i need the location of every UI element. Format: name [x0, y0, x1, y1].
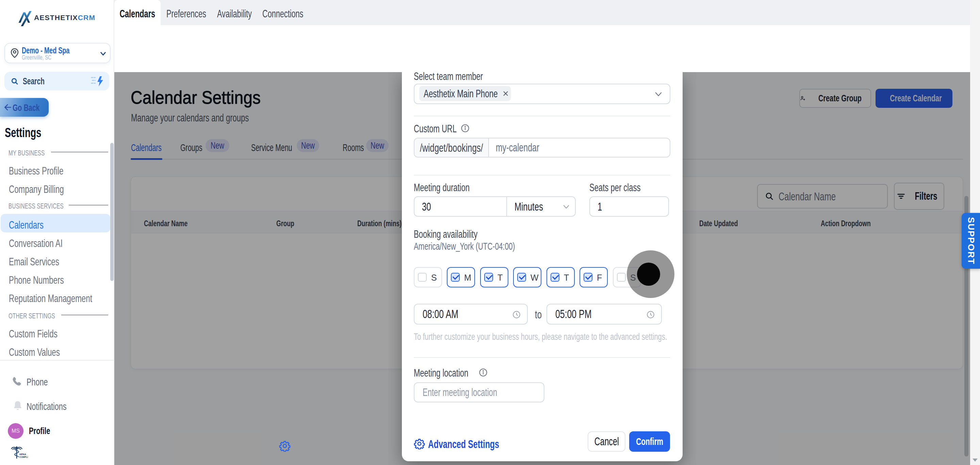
svg-text:COMPLIANT: COMPLIANT — [19, 456, 28, 458]
svg-text:HIPAA: HIPAA — [19, 453, 26, 455]
